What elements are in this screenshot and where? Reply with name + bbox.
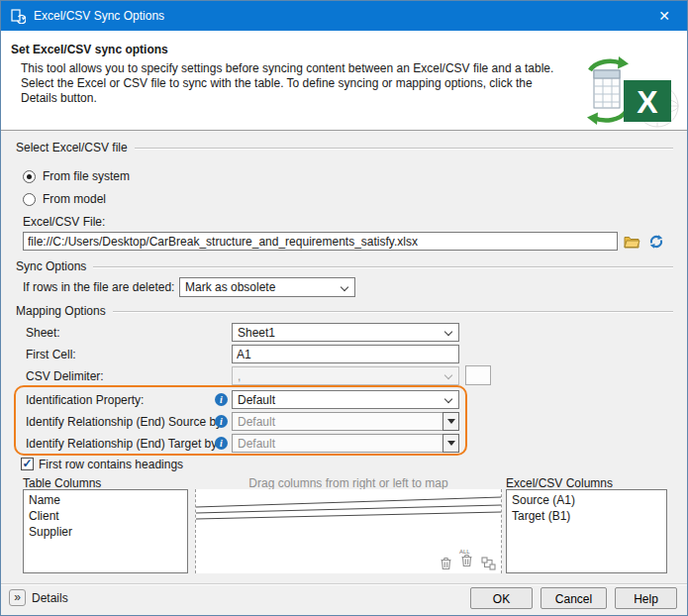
- cancel-button[interactable]: Cancel: [541, 587, 607, 609]
- separator-line: [113, 311, 673, 312]
- separator-line: [135, 148, 673, 149]
- excel-x-letter: X: [637, 84, 658, 120]
- details-button[interactable]: » Details: [9, 589, 68, 606]
- chevron-down-icon: [444, 371, 452, 379]
- radio-button-icon: [23, 170, 36, 183]
- group-mapping-options-label: Mapping Options: [16, 304, 106, 318]
- all-label: ALL: [459, 549, 470, 555]
- dialog-description: This tool allows you to specify settings…: [21, 61, 567, 106]
- mapping-lines: [196, 489, 501, 539]
- list-item[interactable]: Target (B1): [507, 508, 666, 524]
- sheet-select[interactable]: Sheet1: [232, 323, 459, 342]
- identification-property-select[interactable]: Default: [232, 390, 459, 409]
- dialog-header: Set Excel/CSV sync options This tool all…: [1, 31, 687, 131]
- info-icon: i: [215, 437, 228, 450]
- refresh-icon: [648, 234, 664, 250]
- close-icon: ✕: [658, 8, 670, 24]
- excel-csv-sync-dialog: Excel/CSV Sync Options ✕ Set Excel/CSV s…: [0, 0, 688, 616]
- excel-sync-logo: X: [582, 54, 681, 128]
- excel-columns-list: Source (A1) Target (B1): [506, 489, 667, 573]
- radio-from-model[interactable]: From model: [23, 192, 106, 206]
- rows-deleted-label: If rows in the file are deleted:: [23, 280, 174, 294]
- relationship-target-select[interactable]: Default: [232, 434, 443, 453]
- auto-map-icon[interactable]: [481, 557, 496, 570]
- expand-details-icon: »: [9, 589, 26, 606]
- info-icon: i: [215, 415, 228, 428]
- list-item[interactable]: Name: [24, 492, 187, 508]
- group-select-file: Select Excel/CSV file: [16, 141, 673, 154]
- mapping-canvas[interactable]: ALL: [195, 489, 502, 573]
- file-path-input[interactable]: [23, 232, 618, 251]
- file-field-label: Excel/CSV File:: [23, 215, 105, 229]
- list-item[interactable]: Source (A1): [507, 492, 666, 508]
- radio-button-icon: [23, 193, 36, 206]
- folder-icon: [624, 235, 640, 249]
- title-bar: Excel/CSV Sync Options ✕: [1, 1, 687, 31]
- group-sync-options: Sync Options: [16, 259, 673, 273]
- relationship-source-dropdown-button[interactable]: [442, 412, 459, 431]
- custom-delimiter-input: [465, 365, 491, 385]
- first-row-headings-checkbox[interactable]: ✓: [21, 458, 34, 470]
- group-mapping-options: Mapping Options: [16, 304, 673, 318]
- relationship-target-value: Default: [238, 437, 275, 451]
- drag-hint-text: Drag columns from right or left to map: [195, 476, 502, 490]
- list-item[interactable]: Supplier: [24, 524, 187, 540]
- delete-all-mappings-icon: [460, 554, 473, 567]
- sheet-label: Sheet:: [26, 326, 60, 340]
- identification-property-label: Identification Property:: [26, 393, 144, 407]
- chevron-down-icon: [341, 283, 348, 291]
- chevron-down-icon: [444, 328, 452, 336]
- page-title: Set Excel/CSV sync options: [11, 43, 168, 56]
- csv-delimiter-label: CSV Delimiter:: [26, 369, 104, 383]
- first-row-headings-label: First row contains headings: [39, 458, 183, 471]
- relationship-target-label: Identify Relationship (End) Target by:: [26, 437, 221, 451]
- first-cell-label: First Cell:: [26, 348, 76, 361]
- details-button-label: Details: [32, 591, 68, 605]
- rows-deleted-value: Mark as obsolete: [185, 280, 275, 294]
- group-select-file-label: Select Excel/CSV file: [16, 141, 128, 154]
- radio-from-file-system[interactable]: From file system: [23, 169, 130, 183]
- check-icon: ✓: [22, 457, 32, 470]
- footer-separator: [1, 583, 687, 584]
- relationship-target-dropdown-button[interactable]: [442, 434, 459, 453]
- delete-mapping-icon[interactable]: [440, 557, 452, 570]
- rows-deleted-select[interactable]: Mark as obsolete: [179, 277, 355, 297]
- csv-delimiter-value: ,: [238, 369, 241, 383]
- mapping-toolbar: ALL: [440, 554, 496, 570]
- csv-delimiter-select: ,: [232, 366, 459, 385]
- sheet-value: Sheet1: [238, 326, 275, 340]
- table-columns-list: Name Client Supplier: [23, 489, 188, 573]
- window-title: Excel/CSV Sync Options: [34, 9, 164, 23]
- help-button[interactable]: Help: [615, 587, 677, 609]
- radio-from-file-system-label: From file system: [43, 169, 130, 183]
- radio-from-model-label: From model: [43, 192, 106, 206]
- browse-folder-button[interactable]: [622, 232, 642, 251]
- ok-button[interactable]: OK: [470, 587, 533, 609]
- chevron-down-icon: [444, 395, 452, 403]
- relationship-source-label: Identify Relationship (End) Source by:: [26, 415, 225, 429]
- first-cell-input[interactable]: [232, 345, 459, 363]
- separator-line: [93, 266, 673, 267]
- identification-property-value: Default: [238, 393, 275, 407]
- info-icon: i: [215, 393, 228, 406]
- refresh-button[interactable]: [645, 232, 666, 251]
- relationship-source-value: Default: [238, 415, 275, 429]
- list-item[interactable]: Client: [24, 508, 187, 524]
- sync-icon: [10, 8, 26, 24]
- excel-columns-label: Excel/CSV Columns: [506, 476, 613, 490]
- table-columns-label: Table Columns: [23, 476, 101, 490]
- close-button[interactable]: ✕: [641, 1, 687, 31]
- delete-all-mappings-button[interactable]: ALL: [460, 554, 473, 570]
- relationship-source-select[interactable]: Default: [232, 412, 443, 431]
- group-sync-options-label: Sync Options: [16, 259, 86, 273]
